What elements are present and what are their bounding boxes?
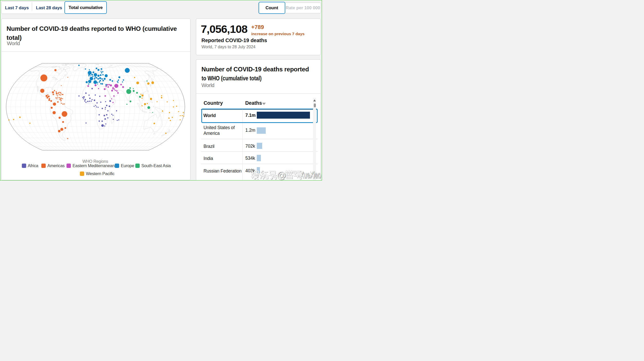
svg-text:XueXiao: XueXiao	[300, 170, 321, 180]
svg-text:@: @	[277, 170, 287, 180]
